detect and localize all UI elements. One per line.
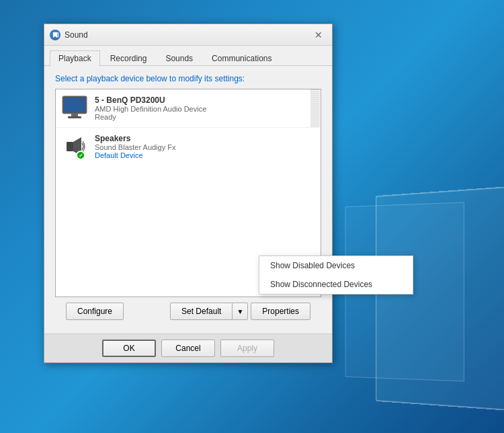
set-default-dropdown[interactable]: ▼ — [233, 303, 248, 320]
svg-rect-2 — [71, 114, 78, 116]
tab-bar: Playback Recording Sounds Communications — [44, 46, 332, 66]
instruction-text: Select a playback device below to modify… — [55, 74, 321, 83]
default-check-badge: ✓ — [76, 151, 85, 160]
apply-button[interactable]: Apply — [220, 340, 274, 357]
sound-dialog: Sound ✕ Playback Recording Sounds Commun… — [44, 24, 333, 363]
device-status-monitor: Ready — [95, 113, 315, 121]
svg-rect-1 — [64, 97, 85, 112]
context-menu: Show Disabled Devices Show Disconnected … — [259, 255, 413, 294]
tab-sounds[interactable]: Sounds — [157, 50, 202, 66]
device-name-monitor: 5 - BenQ PD3200U — [95, 95, 315, 105]
dialog-icon — [50, 30, 60, 40]
set-default-button[interactable]: Set Default — [170, 303, 233, 320]
list-scrollbar[interactable] — [310, 89, 320, 127]
monitor-device-icon — [61, 95, 88, 122]
ok-button[interactable]: OK — [102, 340, 156, 357]
title-bar: Sound ✕ — [44, 24, 332, 46]
device-info-monitor: 5 - BenQ PD3200U AMD High Definition Aud… — [95, 95, 315, 121]
device-item-speaker[interactable]: ✓ Speakers Sound Blaster Audigy Fx Defau… — [56, 128, 321, 165]
context-show-disabled[interactable]: Show Disabled Devices — [259, 256, 413, 275]
svg-rect-4 — [67, 142, 73, 151]
device-item-monitor[interactable]: 5 - BenQ PD3200U AMD High Definition Aud… — [56, 89, 321, 128]
svg-rect-3 — [68, 116, 81, 118]
tab-communications[interactable]: Communications — [203, 50, 280, 66]
properties-button[interactable]: Properties — [251, 303, 310, 320]
cancel-button[interactable]: Cancel — [161, 340, 215, 357]
speaker-device-icon: ✓ — [61, 133, 88, 160]
device-info-speaker: Speakers Sound Blaster Audigy Fx Default… — [95, 134, 315, 159]
tab-playback[interactable]: Playback — [50, 50, 100, 66]
device-status-speaker: Default Device — [95, 151, 315, 159]
device-sub-speaker: Sound Blaster Audigy Fx — [95, 143, 315, 151]
close-button[interactable]: ✕ — [310, 28, 327, 42]
configure-button[interactable]: Configure — [66, 303, 124, 320]
device-name-speaker: Speakers — [95, 134, 315, 143]
dialog-title: Sound — [65, 30, 310, 40]
bottom-button-row: Configure Set Default ▼ Properties — [55, 297, 321, 325]
dialog-footer: OK Cancel Apply — [44, 333, 332, 362]
tab-recording[interactable]: Recording — [101, 50, 156, 66]
context-show-disconnected[interactable]: Show Disconnected Devices — [259, 275, 413, 294]
device-sub-monitor: AMD High Definition Audio Device — [95, 105, 315, 113]
